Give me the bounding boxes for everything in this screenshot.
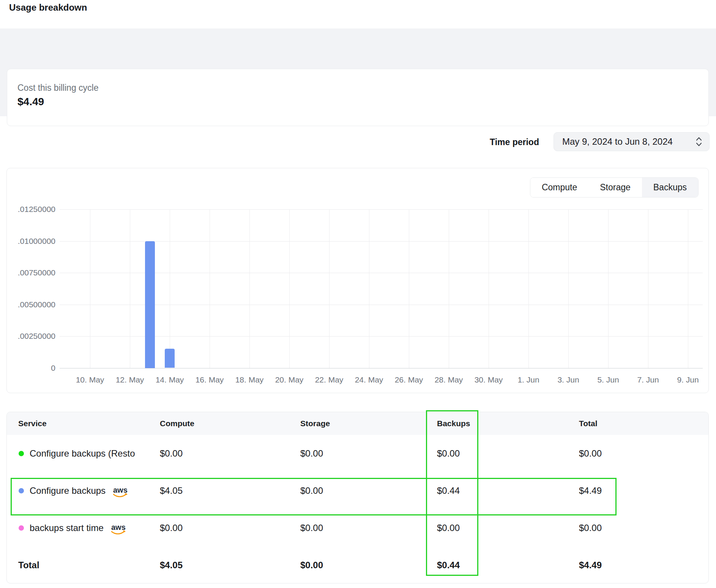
chart-bar[interactable]: [145, 241, 155, 368]
grand-total: $4.49: [579, 560, 708, 571]
v-gridline: [170, 209, 170, 368]
total-cost: $0.00: [579, 448, 708, 459]
svg-text:aws: aws: [111, 523, 126, 531]
backups-cost: $0.44: [437, 485, 579, 496]
time-period-label: Time period: [490, 137, 539, 147]
storage-cost: $0.00: [300, 523, 437, 533]
x-tick-label: 10. May: [70, 375, 110, 384]
col-header-service: Service: [18, 419, 160, 428]
page-title: Usage breakdown: [9, 2, 87, 13]
v-gridline: [329, 209, 330, 368]
storage-cost: $0.00: [300, 448, 437, 459]
compute-cost: $0.00: [160, 523, 300, 533]
table-row: Configure backups aws $4.05 $0.00 $0.44 …: [7, 472, 708, 509]
v-gridline: [648, 209, 648, 368]
billing-summary-card: Cost this billing cycle $4.49: [7, 69, 709, 126]
chart-bar[interactable]: [165, 349, 175, 368]
billing-cycle-label: Cost this billing cycle: [17, 83, 98, 93]
table-total-row: Total $4.05 $0.00 $0.44 $4.49: [7, 547, 708, 583]
v-gridline: [608, 209, 609, 368]
backups-total: $0.44: [437, 560, 579, 571]
compute-cost: $0.00: [160, 448, 300, 459]
x-tick-label: 26. May: [389, 375, 429, 384]
billing-cycle-cost: $4.49: [17, 96, 44, 108]
x-tick-label: 30. May: [469, 375, 508, 384]
usage-table-card: Service Compute Storage Backups Total Co…: [6, 412, 709, 583]
aws-logo-icon: aws: [111, 485, 128, 498]
compute-cost: $4.05: [160, 485, 300, 496]
col-header-storage: Storage: [300, 419, 437, 428]
plot-area: 10. May12. May14. May16. May18. May20. M…: [60, 168, 703, 394]
col-header-backups: Backups: [437, 419, 579, 428]
x-tick-label: 9. Jun: [668, 375, 708, 384]
table-header-row: Service Compute Storage Backups Total: [7, 412, 708, 435]
aws-logo-icon: aws: [109, 523, 126, 536]
service-name: Configure backups (Resto: [30, 448, 135, 459]
v-gridline: [210, 209, 210, 368]
chevron-up-down-icon: [695, 136, 703, 147]
x-tick-label: 5. Jun: [588, 375, 628, 384]
v-gridline: [409, 209, 409, 368]
service-name: Configure backups: [30, 485, 106, 496]
backups-cost: $0.00: [437, 448, 579, 459]
v-gridline: [289, 209, 290, 368]
y-tick-label: .00250000: [7, 332, 55, 341]
x-tick-label: 16. May: [190, 375, 229, 384]
total-cost: $4.49: [579, 485, 708, 496]
series-dot-blue: [19, 488, 24, 493]
y-tick-label: .01250000: [7, 205, 55, 214]
x-tick-label: 3. Jun: [549, 375, 588, 384]
x-tick-label: 14. May: [150, 375, 189, 384]
x-tick-label: 7. Jun: [628, 375, 668, 384]
storage-total: $0.00: [300, 560, 437, 571]
v-gridline: [449, 209, 449, 368]
series-dot-pink: [19, 525, 24, 531]
col-header-total: Total: [579, 419, 708, 428]
usage-chart-card: Compute Storage Backups .01250000.010000…: [6, 168, 709, 393]
compute-total: $4.05: [160, 560, 300, 571]
h-gridline: [60, 336, 703, 337]
backups-cost: $0.00: [437, 523, 579, 533]
x-tick-label: 28. May: [429, 375, 468, 384]
y-tick-label: .01000000: [7, 237, 55, 246]
service-name: backups start time: [30, 523, 104, 533]
time-period-value: May 9, 2024 to Jun 8, 2024: [562, 136, 673, 147]
h-gridline: [60, 241, 703, 242]
v-gridline: [528, 209, 529, 368]
x-tick-label: 20. May: [270, 375, 309, 384]
col-header-compute: Compute: [160, 419, 300, 428]
table-row: Configure backups (Resto $0.00 $0.00 $0.…: [7, 435, 708, 472]
v-gridline: [90, 209, 90, 368]
y-tick-label: .00750000: [7, 268, 55, 277]
total-cost: $0.00: [579, 523, 708, 533]
h-gridline: [60, 209, 703, 210]
table-row: backups start time aws $0.00 $0.00 $0.00…: [7, 509, 708, 547]
v-gridline: [568, 209, 569, 368]
v-gridline: [489, 209, 489, 368]
x-tick-label: 24. May: [349, 375, 389, 384]
h-gridline: [60, 305, 703, 305]
y-axis-labels: .01250000.01000000.00750000.00500000.002…: [7, 168, 55, 393]
h-gridline: [60, 368, 703, 368]
x-tick-label: 18. May: [230, 375, 269, 384]
series-dot-green: [19, 451, 24, 456]
svg-text:aws: aws: [113, 486, 128, 494]
v-gridline: [249, 209, 250, 368]
time-period-select[interactable]: May 9, 2024 to Jun 8, 2024: [554, 132, 710, 151]
x-tick-label: 1. Jun: [509, 375, 548, 384]
y-tick-label: .00500000: [7, 300, 55, 309]
v-gridline: [369, 209, 369, 368]
x-tick-label: 12. May: [110, 375, 150, 384]
total-row-label: Total: [18, 560, 160, 571]
summary-band: Cost this billing cycle $4.49: [0, 28, 716, 116]
x-tick-label: 22. May: [309, 375, 349, 384]
y-tick-label: 0: [7, 364, 55, 373]
storage-cost: $0.00: [300, 485, 437, 496]
v-gridline: [688, 209, 688, 368]
h-gridline: [60, 273, 703, 273]
v-gridline: [130, 209, 130, 368]
